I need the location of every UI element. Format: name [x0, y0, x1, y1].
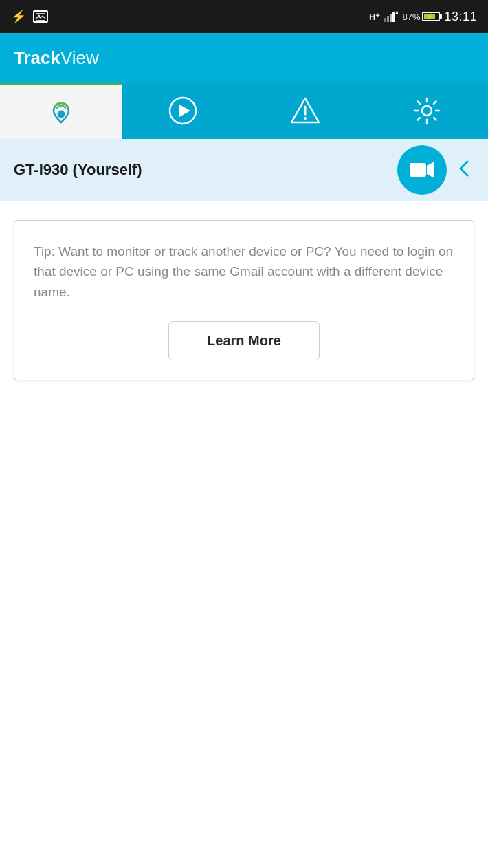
svg-rect-5: [392, 12, 395, 22]
device-panel-left: GT-I930 (Yourself): [14, 161, 142, 179]
svg-rect-4: [390, 14, 392, 22]
status-bar: ⚡ H⁺ 87% ⚡: [0, 0, 488, 33]
battery-percent: 87%: [402, 12, 420, 22]
tab-settings[interactable]: [366, 83, 489, 139]
nav-tabs: [0, 83, 488, 139]
tab-play[interactable]: [122, 83, 245, 139]
app-title-track: Track: [14, 47, 60, 68]
battery-container: 87% ⚡: [402, 12, 440, 22]
app-title: TrackView: [14, 47, 99, 69]
svg-marker-10: [179, 105, 190, 117]
device-panel: GT-I930 (Yourself): [0, 139, 488, 201]
learn-more-button[interactable]: Learn More: [168, 321, 320, 360]
svg-rect-3: [387, 16, 389, 22]
svg-rect-15: [410, 163, 426, 177]
time-display: 13:11: [444, 10, 477, 24]
battery-bolt-icon: ⚡: [426, 13, 434, 20]
svg-point-13: [304, 117, 307, 120]
usb-icon: ⚡: [11, 9, 26, 24]
status-right-icons: H⁺ 87% ⚡ 13:11: [369, 10, 477, 24]
image-icon: [33, 10, 48, 23]
device-name: GT-I930 (Yourself): [14, 161, 142, 179]
camera-button[interactable]: [397, 145, 447, 195]
chevron-left-button[interactable]: [455, 159, 474, 181]
content-area: Tip: Want to monitor or track another de…: [0, 201, 488, 400]
tip-card: Tip: Want to monitor or track another de…: [14, 220, 474, 380]
network-type-icon: H⁺: [369, 12, 380, 22]
app-header: TrackView: [0, 33, 488, 83]
tab-location[interactable]: [0, 83, 122, 139]
status-left-icons: ⚡: [11, 9, 48, 24]
svg-marker-16: [427, 162, 434, 178]
svg-rect-2: [384, 18, 386, 22]
app-title-view: View: [60, 47, 99, 68]
svg-point-14: [422, 106, 432, 116]
device-panel-right: [397, 145, 474, 195]
signal-icon: [384, 11, 398, 22]
tip-text: Tip: Want to monitor or track another de…: [34, 241, 454, 302]
svg-point-8: [58, 111, 65, 118]
battery-icon: ⚡: [422, 12, 440, 21]
tab-alert[interactable]: [244, 83, 366, 139]
